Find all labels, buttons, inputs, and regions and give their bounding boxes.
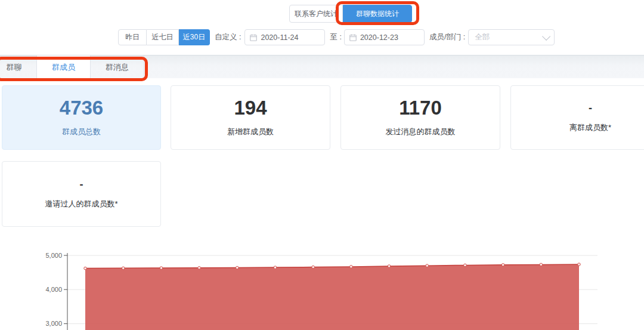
- stat-label: 新增群成员数: [227, 127, 274, 137]
- svg-text:4,000: 4,000: [45, 286, 62, 293]
- stat-card-left-members: - 离群成员数*: [510, 85, 644, 150]
- stat-label: 群成员总数: [62, 127, 101, 137]
- tab-group-chats[interactable]: 群聊: [0, 55, 37, 79]
- svg-text:5,000: 5,000: [45, 252, 62, 259]
- stat-label: 发过消息的群成员数: [386, 127, 456, 137]
- group-members-trend-chart: 5,0004,0003,000: [0, 239, 644, 330]
- date-filter-bar: 昨日 近七日 近30日 自定义 : 2020-11-24 至 : 2020-12…: [118, 29, 555, 45]
- stat-card-messaging-members: 1170 发过消息的群成员数: [340, 85, 500, 150]
- member-department-value: 全部: [475, 32, 490, 42]
- stat-card-inviting-members: - 邀请过人的群成员数*: [2, 161, 161, 227]
- custom-range-label: 自定义 :: [215, 32, 241, 42]
- group-stats-tab-bar: 群聊 群成员 群消息: [0, 55, 644, 78]
- svg-text:3,000: 3,000: [45, 320, 62, 327]
- chevron-down-icon: [542, 32, 550, 40]
- tab-group-chat-stats[interactable]: 群聊数据统计: [343, 5, 412, 23]
- stat-value: -: [80, 179, 83, 190]
- date-from-value: 2020-11-24: [261, 33, 298, 42]
- stat-label: 离群成员数*: [569, 122, 611, 133]
- tab-strip: 群聊 群成员 群消息: [0, 55, 144, 79]
- tab-contact-customer-stats[interactable]: 联系客户统计: [289, 5, 343, 23]
- calendar-icon: [349, 34, 357, 41]
- area-chart-svg: 5,0004,0003,000: [0, 239, 644, 330]
- date-to-input[interactable]: 2020-12-23: [344, 29, 425, 45]
- member-department-label: 成员/部门 :: [429, 32, 465, 42]
- group-chat-statistics-page: 联系客户统计 群聊数据统计 昨日 近七日 近30日 自定义 : 2020-11-…: [0, 0, 644, 330]
- stat-value: -: [589, 103, 592, 113]
- to-label: 至 :: [330, 32, 341, 42]
- stat-label: 邀请过人的群成员数*: [45, 199, 117, 209]
- tab-group-messages[interactable]: 群消息: [91, 55, 144, 79]
- date-from-input[interactable]: 2020-11-24: [244, 29, 325, 45]
- stat-value: 194: [234, 98, 267, 118]
- statistics-type-switch: 联系客户统计 群聊数据统计: [289, 5, 412, 23]
- calendar-icon: [250, 34, 257, 41]
- stat-value: 1170: [399, 98, 442, 118]
- date-range-button-group: 昨日 近七日 近30日: [118, 29, 210, 45]
- range-last7days-button[interactable]: 近七日: [147, 29, 179, 45]
- member-department-select[interactable]: 全部: [468, 29, 555, 45]
- date-to-value: 2020-12-23: [360, 33, 398, 42]
- stat-value: 4736: [60, 98, 103, 118]
- stat-card-total-members: 4736 群成员总数: [2, 85, 161, 150]
- tab-group-members[interactable]: 群成员: [37, 55, 91, 79]
- stat-card-new-members: 194 新增群成员数: [171, 85, 330, 150]
- range-last30days-button[interactable]: 近30日: [179, 29, 210, 45]
- range-yesterday-button[interactable]: 昨日: [118, 29, 147, 45]
